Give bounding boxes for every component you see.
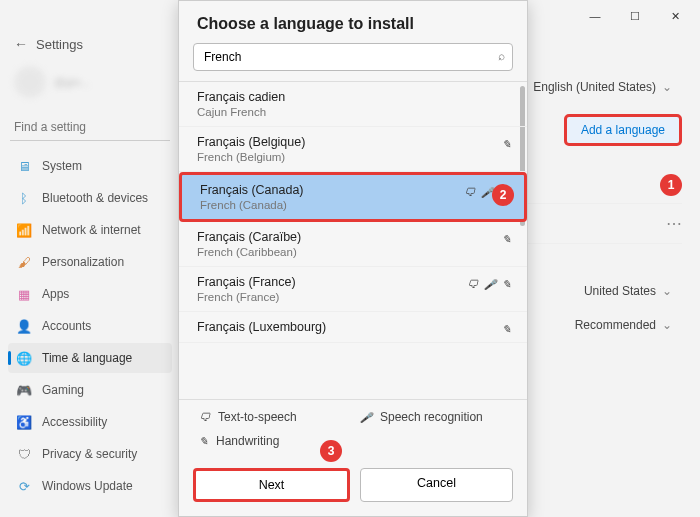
nav-icon: 🖌 <box>16 254 32 270</box>
nav-label: Apps <box>42 287 69 301</box>
cancel-button[interactable]: Cancel <box>360 468 513 502</box>
sidebar-item-privacy-security[interactable]: 🛡Privacy & security <box>8 439 172 469</box>
mic-icon <box>360 410 372 424</box>
tts-icon <box>467 277 478 291</box>
pen-icon <box>199 434 208 448</box>
nav-icon: 🌐 <box>16 350 32 366</box>
callout-2: 2 <box>492 184 514 206</box>
display-language-value[interactable]: English (United States) <box>533 80 672 94</box>
pen-icon <box>502 322 511 336</box>
add-language-button[interactable]: Add a language <box>564 114 682 146</box>
language-name: Français (Belgique) <box>197 135 509 149</box>
nav-label: Gaming <box>42 383 84 397</box>
nav-label: Windows Update <box>42 479 133 493</box>
minimize-button[interactable] <box>576 2 614 30</box>
nav-label: Accounts <box>42 319 91 333</box>
language-name: Français (Caraïbe) <box>197 230 509 244</box>
language-name: Français cadien <box>197 90 509 104</box>
sidebar-item-accessibility[interactable]: ♿Accessibility <box>8 407 172 437</box>
account-card[interactable]: @gm... <box>8 56 172 108</box>
nav-label: System <box>42 159 82 173</box>
language-name: Français (Luxembourg) <box>197 320 509 334</box>
maximize-button[interactable] <box>616 2 654 30</box>
nav-label: Time & language <box>42 351 132 365</box>
next-button[interactable]: Next <box>193 468 350 502</box>
back-icon <box>14 36 28 52</box>
language-search-input[interactable] <box>193 43 513 71</box>
sidebar-item-windows-update[interactable]: ⟳Windows Update <box>8 471 172 501</box>
dialog-search[interactable] <box>193 43 513 71</box>
close-button[interactable] <box>656 2 694 30</box>
nav-icon: ♿ <box>16 414 32 430</box>
sidebar-item-accounts[interactable]: 👤Accounts <box>8 311 172 341</box>
regional-value[interactable]: Recommended <box>575 318 672 332</box>
nav-icon: 📶 <box>16 222 32 238</box>
language-subname: French (Belgium) <box>197 151 509 163</box>
sidebar: Settings @gm... 🖥SystemᛒBluetooth & devi… <box>0 32 180 517</box>
language-list[interactable]: Français cadienCajun FrenchFrançais (Bel… <box>179 81 527 399</box>
sidebar-item-network-internet[interactable]: 📶Network & internet <box>8 215 172 245</box>
settings-search[interactable] <box>10 114 170 141</box>
tts-icon <box>199 410 210 424</box>
nav-icon: 🛡 <box>16 446 32 462</box>
settings-label: Settings <box>36 37 83 52</box>
language-option[interactable]: Français (Luxembourg) <box>179 312 527 343</box>
tts-icon <box>464 185 475 199</box>
sidebar-item-system[interactable]: 🖥System <box>8 151 172 181</box>
language-subname: French (Caribbean) <box>197 246 509 258</box>
more-icon[interactable] <box>666 214 682 233</box>
search-icon <box>498 49 505 63</box>
language-option[interactable]: Français (Canada)French (Canada) <box>179 172 527 222</box>
pen-icon <box>502 137 511 151</box>
back-row[interactable]: Settings <box>8 32 172 56</box>
sidebar-item-apps[interactable]: ▦Apps <box>8 279 172 309</box>
language-subname: French (Canada) <box>200 199 506 211</box>
nav-icon: 🖥 <box>16 158 32 174</box>
callout-3: 3 <box>320 440 342 462</box>
language-install-dialog: Choose a language to install Français ca… <box>178 0 528 517</box>
pen-icon <box>502 232 511 246</box>
account-email: @gm... <box>54 76 90 88</box>
nav-label: Bluetooth & devices <box>42 191 148 205</box>
sidebar-item-gaming[interactable]: 🎮Gaming <box>8 375 172 405</box>
language-name: Français (Canada) <box>200 183 506 197</box>
sidebar-item-time-language[interactable]: 🌐Time & language <box>8 343 172 373</box>
nav-label: Personalization <box>42 255 124 269</box>
pen-icon <box>502 277 511 291</box>
avatar <box>14 66 46 98</box>
language-option[interactable]: Français (France)French (France) <box>179 267 527 312</box>
legend-tts: Text-to-speech <box>218 410 297 424</box>
nav-icon: 👤 <box>16 318 32 334</box>
language-option[interactable]: Français cadienCajun French <box>179 82 527 127</box>
legend: Text-to-speech Speech recognition Handwr… <box>179 399 527 458</box>
callout-1: 1 <box>660 174 682 196</box>
dialog-title: Choose a language to install <box>179 1 527 43</box>
nav-icon: ▦ <box>16 286 32 302</box>
language-option[interactable]: Français (Belgique)French (Belgium) <box>179 127 527 172</box>
language-subname: Cajun French <box>197 106 509 118</box>
nav-icon: ᛒ <box>16 190 32 206</box>
country-value[interactable]: United States <box>584 284 672 298</box>
mic-icon <box>484 277 496 291</box>
legend-handwriting: Handwriting <box>216 434 279 448</box>
legend-speech: Speech recognition <box>380 410 483 424</box>
language-name: Français (France) <box>197 275 509 289</box>
sidebar-item-bluetooth-devices[interactable]: ᛒBluetooth & devices <box>8 183 172 213</box>
sidebar-item-personalization[interactable]: 🖌Personalization <box>8 247 172 277</box>
nav-icon: 🎮 <box>16 382 32 398</box>
search-input[interactable] <box>10 114 170 141</box>
nav-label: Network & internet <box>42 223 141 237</box>
nav-icon: ⟳ <box>16 478 32 494</box>
nav-label: Privacy & security <box>42 447 137 461</box>
language-option[interactable]: Français (Caraïbe)French (Caribbean) <box>179 222 527 267</box>
nav-label: Accessibility <box>42 415 107 429</box>
nav-list: 🖥SystemᛒBluetooth & devices📶Network & in… <box>8 151 172 501</box>
language-subname: French (France) <box>197 291 509 303</box>
